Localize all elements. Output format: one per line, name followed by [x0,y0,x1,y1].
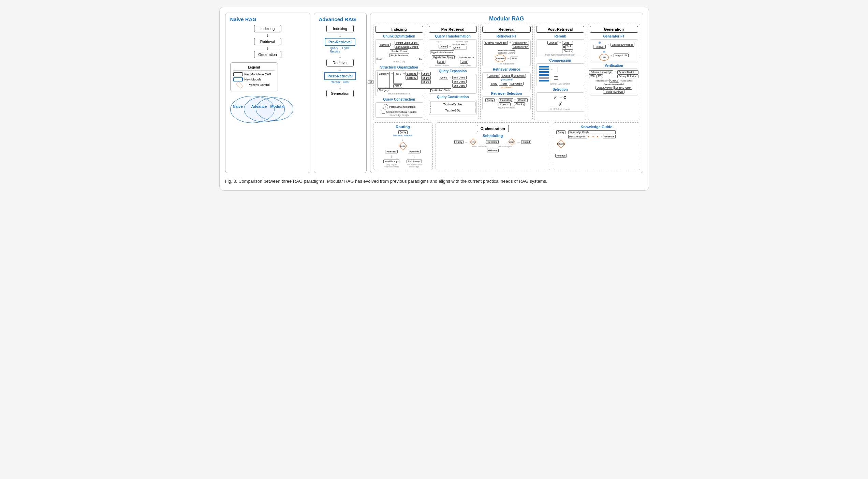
orch-query: Query [454,140,464,144]
arrow2: ↓ [266,46,269,50]
circle-node: ○ [383,104,388,109]
semantic-structural: Semantic/Structural Relation [386,111,416,113]
similarity-search2: Similarity search [459,56,474,58]
query-expansion-diagram: Query → Sub-Query Sub-Query Sub-Query Ve… [429,74,477,94]
orch-generate: Generate [486,140,499,144]
chunk-opt-diagram: Retrieve → Parent Large Chunk Surroundin… [375,39,423,64]
adv-post-retrieval-node: Post-Retrieval [324,72,356,80]
filter-label: Filter [343,80,350,84]
modular-rag-title: Modular RAG [373,16,640,22]
legend-new-label: New Module [245,78,262,81]
keyword-node: Keyword [499,102,511,106]
knowledge-guide-section: Knowledge Guide Query ↓ Schedule ↓ Retri… [553,122,640,170]
kb-node: KB [368,80,373,84]
legend-box: Legend Key Module in RAG New Module Proc… [230,62,278,91]
query-const-title: Query Construction [375,98,423,101]
naive-indexing-node: Indexing [254,25,281,32]
verification-chain: Verification Chain [430,88,451,92]
adv-arrow2: ↓ [339,54,341,59]
question-answerable: Question Answerable? [604,83,624,85]
retrieve-row: Retrieve [487,149,499,152]
multi-type-rerank: Multi-type document Rerank [538,54,583,56]
modular-rag-section: Modular RAG Indexing Chunk Optimization … [370,13,643,173]
indexing-col: Indexing Chunk Optimization Retrieve → P… [373,24,425,120]
modular-columns: Indexing Chunk Optimization Retrieve → P… [373,24,640,120]
selection-title: Selection [536,88,584,91]
retriever-ft-diagram: External Knowledge → Positive Pair Negat… [482,39,530,66]
qe-query: Query [439,76,448,79]
retriever-source-diagram: Sentence Chunks Document granularity Ent… [482,72,530,90]
pre-retrieval-col: Pre-Retrieval Query Transformation HyDE … [427,24,479,120]
query-rewrite-label: QueryRewrite [330,46,340,53]
top-row: Naive RAG Indexing ↓ Retrieval ↓ Generat… [225,13,643,173]
r-arrow3: ↓ [413,154,415,159]
generator-ft-diagram: ❄ Retriever → External Knowledge ❄ LLM [590,39,638,62]
branch-symbol [382,110,385,114]
positive-pair: Positive Pair [512,41,529,45]
dashed-line1 [478,142,485,142]
answer-answer: Answer→Answer [435,64,449,66]
generation-col: Generation Generator FT ❄ Retriever → Ex… [588,24,640,120]
orch-judge2-label: Judge [509,141,514,143]
sub-graph-node: Sub-Graph [509,82,523,86]
query-construction-diagram: Text-to-Cypher Text-to-SQL [429,100,477,115]
legend-process-label: Process Control [248,83,270,87]
hyde-label: HyDE [342,46,351,53]
adv-arrow4: ↓ [339,85,341,89]
venn-section: Naive Advance Modular [230,94,305,125]
kg-arrow1: ↓ [560,135,562,140]
struct-org-title: Structural Organization [375,65,423,69]
adv-labels-row: QueryRewrite HyDE [330,46,350,53]
routing-judge-diamond: Judge [398,143,408,149]
rerank-label: Rerank [330,80,340,84]
kg-node: KG [597,74,603,78]
kg-arrow2: ↓ [560,148,562,153]
triplet-node: Triplet [499,82,508,86]
filtered-rect [554,76,558,80]
small2big-label: Small 2 big [377,60,422,63]
llm-node: LLM [511,57,518,60]
retriever-node: Retriever [495,55,506,62]
privacy-detection: Privacy Detection [617,74,638,78]
venn-naive-label: Naive [233,104,243,108]
table-label: Table [566,45,572,49]
main-container: Naive RAG Indexing ↓ Retrieval ↓ Generat… [219,7,649,191]
similarity-search1: Similarity search [452,43,467,45]
retrieval-col: Retrieval Retriever FT External Knowledg… [480,24,532,120]
granularity-label: granularity [484,78,529,81]
llm-select-chunks: LLM Select chunks [538,108,583,110]
chunk-opt-title: Chunk Optimization [375,34,423,38]
compression-diagram: → → [536,63,584,86]
lm-supervised: LM-Supervised [484,62,529,65]
gpt-icon: ⚙ [563,95,567,100]
routing-query: Query [398,130,408,134]
query-transform-title: Query Transformation [429,34,477,38]
retriever-source-title: Retriever Source [482,68,530,71]
cross-icon: ✗ [558,101,562,108]
pdf1-node: PDF1 [393,72,402,84]
struct-hierarchical-label: Structure hierarchical [377,92,422,95]
post-retrieval-col: Post-Retrieval Rerank Chunks → Code [534,24,586,120]
sentence-node: Sentence [487,74,500,78]
chunks-emb: Chunks [517,98,528,102]
legend-key-label: Key Module in RAG [245,73,271,76]
adv-arrow1: ↓ [339,33,341,38]
venn-modular-circle [256,98,293,121]
schedule-label: Schedule [557,143,565,145]
query-query: Query→Query [459,64,471,66]
do-rag-again: Do RAG Again [614,86,633,90]
orange-dots: ●—●—● [588,135,599,138]
small-label: Small [377,58,382,60]
post-retrieval-col-title: Post-Retrieval [536,26,584,33]
generation-col-title: Generation [590,26,638,33]
wiki-node: Wiki [589,74,596,78]
generator-ft-title: Generator FT [590,34,638,38]
qt-query1: Query [439,45,448,48]
naive-generation-node: Generation [254,51,281,58]
pipeline2: Pipeline2 [408,150,421,153]
soft-desc: Allow LLM's own knowledge [405,164,424,168]
compression-title: Compression [536,59,584,62]
blue-bar5 [539,80,549,81]
reverse-hyde-label: Reverse HyDE [456,41,469,43]
blue-bar1 [539,66,549,68]
